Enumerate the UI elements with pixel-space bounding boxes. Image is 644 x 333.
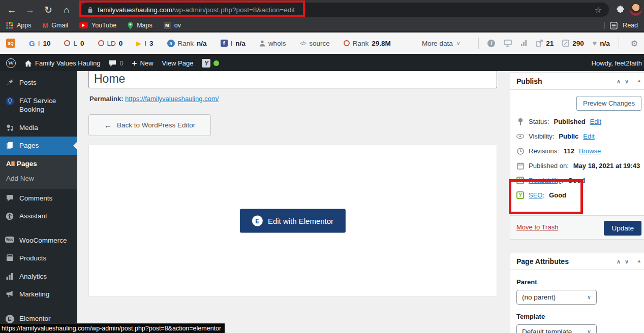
edit-with-elementor-button[interactable]: E Edit with Elementor (240, 209, 346, 233)
extensions-icon[interactable] (616, 6, 625, 14)
browser-toolbar: ← → ↻ ⌂ familyvalueshauling.com/wp-admin… (0, 0, 644, 19)
sidebar-item-pages[interactable]: Pages (0, 137, 77, 155)
submenu-add-new[interactable]: Add New (0, 171, 77, 186)
chevron-down-icon: ∨ (587, 294, 591, 301)
plus-icon: + (132, 58, 137, 69)
google-icon: G (29, 39, 35, 48)
publish-panel-header[interactable]: Publish ∧ ∨ ▲ (510, 73, 644, 90)
seo-extension-toolbar: SQ G I10 L0 LD0 ▶ I3 a Rankn/a f In/a (0, 32, 644, 55)
collapse-toggle-icon[interactable]: ▲ (637, 258, 641, 265)
permalink-url-link[interactable]: https://familyvalueshauling.com/ (125, 95, 219, 103)
bookmark-ov[interactable]: M ov (164, 22, 181, 29)
comments-menu[interactable]: 0 (109, 59, 123, 67)
parent-selected-value: (no parent) (522, 293, 556, 301)
more-data-dropdown[interactable]: More data ∨ (422, 40, 461, 47)
sidebar-label: Assistant (19, 212, 47, 221)
move-down-icon[interactable]: ∨ (625, 78, 629, 85)
metric-value: n/a (197, 40, 207, 47)
bookmark-maps[interactable]: Maps (128, 22, 152, 29)
page-title-input[interactable] (88, 71, 497, 88)
update-button[interactable]: Update (604, 221, 641, 236)
move-up-icon[interactable]: ∧ (617, 78, 621, 85)
yoast-menu[interactable]: Y (202, 59, 219, 68)
readability-link[interactable]: Readability (529, 177, 561, 184)
collapse-toggle-icon[interactable]: ▲ (637, 78, 641, 85)
ring-icon (344, 40, 350, 46)
seo-metric-facebook[interactable]: f In/a (221, 40, 246, 47)
home-button[interactable]: ⌂ (60, 5, 73, 15)
yoast-status-dot (213, 60, 219, 66)
bookmark-star-icon[interactable]: ☆ (595, 5, 602, 15)
bookmark-gmail[interactable]: M Gmail (43, 22, 69, 29)
move-to-trash-link[interactable]: Move to Trash (516, 223, 558, 231)
lightbulb-icon (5, 97, 14, 106)
back-to-wordpress-editor-button[interactable]: ← Back to WordPress Editor (88, 114, 211, 136)
sidebar-item-fat-service-booking[interactable]: FAT Service Booking (0, 92, 77, 119)
edit-count-metric[interactable]: 290 (562, 40, 584, 47)
permalink-row: Permalink: https://familyvalueshauling.c… (89, 95, 219, 103)
seo-metric-alexa-rank[interactable]: a Rankn/a (167, 40, 207, 47)
monitor-icon[interactable] (504, 40, 512, 47)
move-up-icon[interactable]: ∧ (617, 258, 621, 265)
chart-icon[interactable] (520, 40, 527, 47)
m-box-icon: M (164, 22, 171, 29)
page-attributes-header[interactable]: Page Attributes ∧ ∨ ▲ (510, 253, 644, 270)
wordpress-logo-icon: W (6, 58, 16, 68)
external-links-metric[interactable]: 21 (536, 40, 554, 47)
address-bar[interactable]: familyvalueshauling.com/wp-admin/post.ph… (80, 3, 609, 17)
forward-button[interactable]: → (23, 5, 37, 15)
seo-source-link[interactable]: </> source (299, 40, 329, 47)
sidebar-item-analytics[interactable]: Analytics (0, 268, 77, 286)
sidebar-item-media[interactable]: Media (0, 119, 77, 137)
parent-select[interactable]: (no parent) ∨ (516, 290, 597, 305)
sidebar-item-posts[interactable]: Posts (0, 74, 77, 92)
metric-value: 0 (119, 40, 123, 47)
template-select[interactable]: Default template ∨ (516, 324, 597, 333)
gear-icon[interactable]: ⚙ (631, 39, 638, 48)
bookmark-apps[interactable]: Apps (6, 22, 32, 29)
submenu-all-pages[interactable]: All Pages (0, 156, 77, 171)
seo-whois-link[interactable]: whois (259, 40, 286, 47)
revisions-value: 112 (564, 147, 574, 155)
seo-analysis-link[interactable]: SEO (529, 191, 542, 199)
back-button-label: Back to WordPress Editor (117, 121, 195, 129)
bookmark-youtube[interactable]: YouTube (79, 22, 116, 29)
elementor-icon: E (252, 216, 263, 226)
comment-bubble-icon (109, 60, 116, 67)
sidebar-item-products[interactable]: Products (0, 249, 77, 268)
pencil-square-icon (562, 40, 569, 47)
seo-metric-linkdomain[interactable]: LD0 (98, 40, 123, 47)
wp-logo-menu[interactable]: W (6, 58, 16, 68)
move-down-icon[interactable]: ∨ (625, 258, 629, 265)
sidebar-label: Marketing (19, 290, 49, 299)
visibility-edit-link[interactable]: Edit (583, 132, 594, 140)
seo-metric-bing-index[interactable]: ▶ I3 (136, 40, 153, 47)
health-metric[interactable]: ♥ n/a (593, 39, 610, 47)
seo-metric-google-index[interactable]: G I10 (29, 39, 50, 48)
info-icon[interactable]: i (487, 40, 495, 47)
sidebar-item-marketing[interactable]: Marketing (0, 285, 77, 304)
seo-metric-rank[interactable]: Rank29.8M (344, 40, 391, 47)
bookmark-label: Gmail (51, 22, 68, 29)
howdy-account-menu[interactable]: Howdy, feet2faith (592, 59, 642, 67)
reload-button[interactable]: ↻ (42, 5, 55, 15)
revisions-browse-link[interactable]: Browse (579, 147, 601, 155)
status-edit-link[interactable]: Edit (590, 118, 601, 125)
seoquake-logo-icon[interactable]: SQ (6, 39, 15, 48)
seo-value: Good (549, 191, 566, 199)
sidebar-item-assistant[interactable]: Assistant (0, 207, 77, 225)
profile-avatar[interactable] (630, 4, 642, 16)
wp-admin-bar: W Family Values Hauling 0 + New View Pag… (0, 55, 644, 71)
new-content-menu[interactable]: + New (132, 58, 154, 69)
view-page-menu[interactable]: View Page (162, 59, 194, 67)
back-button[interactable]: ← (5, 5, 18, 15)
preview-changes-button[interactable]: Preview Changes (576, 96, 641, 111)
site-name-menu[interactable]: Family Values Hauling (24, 59, 100, 67)
apps-grid-icon (6, 22, 13, 29)
separator (619, 38, 619, 49)
seo-metric-links[interactable]: L0 (64, 40, 84, 47)
sidebar-item-comments[interactable]: Comments (0, 189, 77, 208)
reading-list-label[interactable]: Read (623, 22, 638, 29)
chevron-down-icon: ∨ (587, 328, 591, 333)
sidebar-item-woocommerce[interactable]: Woo WooCommerce (0, 231, 77, 250)
